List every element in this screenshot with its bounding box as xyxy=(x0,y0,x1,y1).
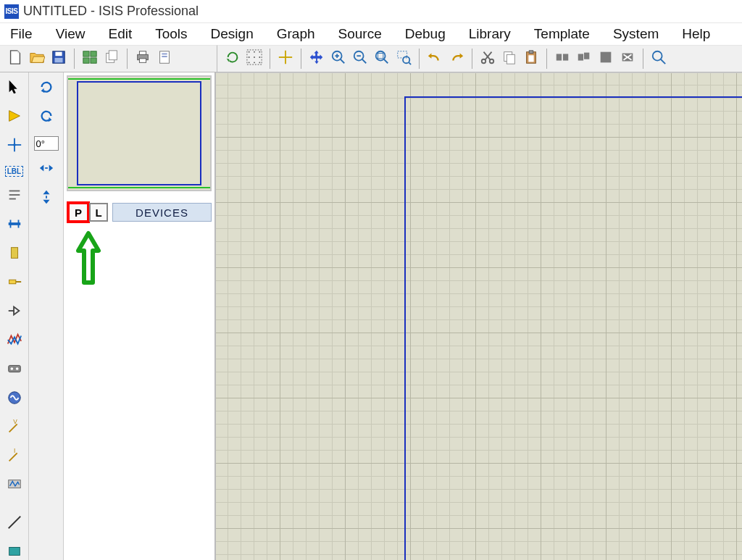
terminal-mode-button[interactable] xyxy=(4,273,25,293)
pin-icon xyxy=(7,303,22,322)
line-2d-button[interactable] xyxy=(4,514,25,534)
menu-template[interactable]: Template xyxy=(531,25,593,43)
toolbar-sep xyxy=(546,49,547,69)
new-file-button[interactable] xyxy=(4,48,26,70)
menu-library[interactable]: Library xyxy=(466,25,514,43)
label-mode-button[interactable]: LBL xyxy=(4,165,25,177)
export-section-button[interactable] xyxy=(101,48,122,70)
device-pin-mode-button[interactable] xyxy=(4,302,25,322)
svg-line-77 xyxy=(9,453,17,461)
bus-mode-button[interactable] xyxy=(4,215,25,235)
svg-point-73 xyxy=(15,367,18,370)
menu-file[interactable]: File xyxy=(7,25,36,43)
pan-button[interactable] xyxy=(306,48,328,70)
svg-point-15 xyxy=(249,51,250,53)
pick-devices-button[interactable]: P xyxy=(67,201,90,223)
library-button[interactable]: L xyxy=(89,203,108,222)
overview-panel[interactable] xyxy=(67,75,212,191)
selection-mode-button[interactable] xyxy=(4,78,25,99)
zoom-out-button[interactable] xyxy=(349,48,371,70)
svg-point-17 xyxy=(259,51,260,53)
svg-line-28 xyxy=(341,59,345,64)
folder-open-icon xyxy=(29,49,45,68)
rotate-cw-button[interactable] xyxy=(36,78,57,99)
open-file-button[interactable] xyxy=(26,48,48,70)
printer-icon xyxy=(135,49,151,68)
svg-rect-45 xyxy=(507,54,514,64)
rotation-angle-input[interactable] xyxy=(34,136,59,151)
print-button[interactable] xyxy=(132,48,154,70)
redo-button[interactable] xyxy=(446,48,467,70)
svg-rect-49 xyxy=(556,54,562,60)
refresh-button[interactable] xyxy=(222,48,243,70)
import-section-button[interactable] xyxy=(79,48,101,70)
svg-rect-69 xyxy=(9,280,15,284)
editing-canvas[interactable] xyxy=(216,72,742,560)
block-move-icon xyxy=(576,49,592,68)
generator-mode-button[interactable] xyxy=(4,389,25,409)
preview-column: P L DEVICES xyxy=(64,72,216,560)
menu-help[interactable]: Help xyxy=(679,25,713,43)
mirror-horizontal-button[interactable] xyxy=(36,159,57,180)
menu-debug[interactable]: Debug xyxy=(402,25,449,43)
current-probe-button[interactable]: I xyxy=(4,447,25,467)
svg-rect-14 xyxy=(162,56,167,57)
block-move-button[interactable] xyxy=(573,48,595,70)
menu-source[interactable]: Source xyxy=(335,25,385,43)
cut-button[interactable] xyxy=(477,48,499,70)
svg-point-61 xyxy=(13,143,16,146)
copy-button[interactable] xyxy=(499,48,520,70)
subcircuit-mode-button[interactable] xyxy=(4,244,25,264)
svg-line-80 xyxy=(8,516,20,528)
zoom-extents-button[interactable] xyxy=(648,48,670,70)
junction-mode-button[interactable] xyxy=(4,136,25,156)
print-area-button[interactable] xyxy=(154,48,175,70)
svg-rect-6 xyxy=(91,58,96,63)
svg-rect-2 xyxy=(55,58,63,62)
svg-text:V: V xyxy=(13,419,17,425)
voltage-probe-button[interactable]: V xyxy=(4,418,25,438)
zoom-area-button[interactable] xyxy=(393,48,414,70)
toolbar-sep xyxy=(301,49,301,69)
text-mode-button[interactable] xyxy=(4,186,25,206)
paste-button[interactable] xyxy=(520,48,542,70)
grid-toggle-button[interactable] xyxy=(243,48,265,70)
svg-rect-11 xyxy=(139,59,146,63)
iprobe-icon: I xyxy=(7,448,22,467)
save-button[interactable] xyxy=(48,48,70,70)
virtual-instrument-button[interactable] xyxy=(4,476,25,496)
rotate-ccw-button[interactable] xyxy=(36,107,57,128)
menu-view[interactable]: View xyxy=(53,25,88,43)
zoom-in-button[interactable] xyxy=(328,48,349,70)
workspace: LBL xyxy=(0,72,742,560)
instrument-icon xyxy=(7,477,22,496)
menu-graph[interactable]: Graph xyxy=(274,25,318,43)
menu-edit[interactable]: Edit xyxy=(105,25,135,43)
origin-button[interactable] xyxy=(275,48,296,70)
block-copy-button[interactable] xyxy=(551,48,573,70)
menu-system[interactable]: System xyxy=(610,25,662,43)
block-rotate-button[interactable] xyxy=(595,48,617,70)
mirror-vertical-button[interactable] xyxy=(36,188,57,209)
svg-text:I: I xyxy=(14,448,15,454)
devices-tab[interactable]: DEVICES xyxy=(112,203,212,222)
device-list[interactable] xyxy=(64,292,214,560)
toolbar-file-group xyxy=(0,45,217,72)
new-file-icon xyxy=(7,49,23,68)
component-mode-button[interactable] xyxy=(4,107,25,128)
zoom-all-button[interactable] xyxy=(371,48,393,70)
undo-button[interactable] xyxy=(424,48,446,70)
svg-point-19 xyxy=(254,57,255,58)
svg-line-58 xyxy=(661,59,665,64)
svg-rect-13 xyxy=(162,54,167,55)
device-header: P L DEVICES xyxy=(64,201,214,223)
box-2d-button[interactable] xyxy=(4,543,25,560)
tape-mode-button[interactable] xyxy=(4,360,25,380)
block-delete-button[interactable] xyxy=(617,48,638,70)
graph-mode-button[interactable] xyxy=(4,331,25,351)
terminal-icon xyxy=(7,274,22,293)
menu-tools[interactable]: Tools xyxy=(152,25,190,43)
block-del-icon xyxy=(620,49,635,68)
menu-design[interactable]: Design xyxy=(208,25,257,43)
mode-toolbar: LBL xyxy=(0,72,29,560)
